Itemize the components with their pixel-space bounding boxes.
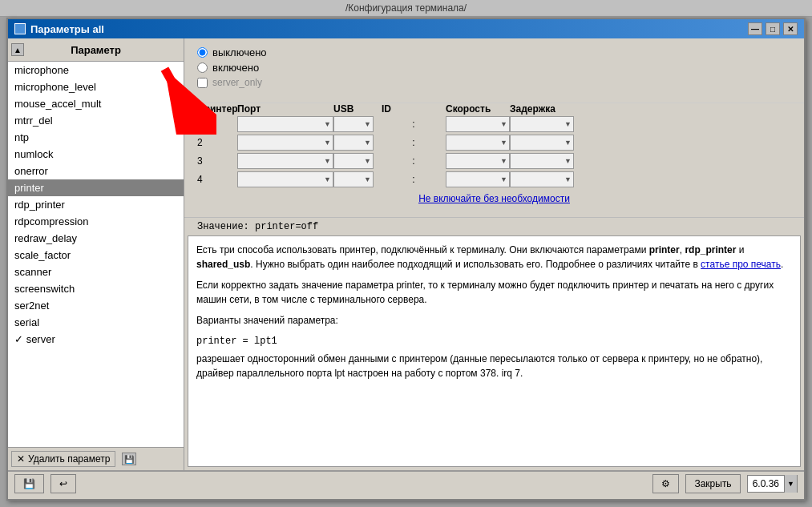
print-article-link[interactable]: статье про печать <box>701 259 781 270</box>
radio-on-row: включено <box>197 62 791 74</box>
top-options: выключено включено server_only <box>184 38 804 103</box>
port-combo-1[interactable]: ▼ <box>237 116 333 132</box>
sidebar-item-microphone_level[interactable]: microphone_level <box>8 78 184 95</box>
delay-combo-3[interactable]: ▼ <box>510 153 574 169</box>
id-combo-1[interactable]: ▼ <box>446 116 510 132</box>
bottom-disk-button[interactable]: 💾 <box>14 474 44 493</box>
id-combo-2[interactable]: ▼ <box>446 135 510 151</box>
sidebar-header: ▲ Параметр <box>8 38 184 62</box>
sidebar-item-printer[interactable]: printer <box>8 179 184 196</box>
col-port: Порт <box>237 103 333 115</box>
warn-link-text[interactable]: Не включайте без необходимости <box>418 193 570 204</box>
close-button-bottom[interactable]: Закрыть <box>685 474 740 493</box>
window-title-bar: Параметры all — □ ✕ <box>8 19 804 38</box>
id-combo-4[interactable]: ▼ <box>446 171 510 187</box>
bottom-settings-button[interactable]: ⚙ <box>652 474 679 493</box>
sidebar-item-screenswitch[interactable]: screenswitch <box>8 280 184 297</box>
warn-link[interactable]: Не включайте без необходимости <box>197 190 791 209</box>
col-delay: Задержка <box>510 103 574 115</box>
server-only-checkbox[interactable] <box>197 78 208 88</box>
sidebar-save-icon[interactable]: 💾 <box>122 453 136 465</box>
scroll-up-button[interactable]: ▲ <box>11 43 24 56</box>
usb-combo-3[interactable]: ▼ <box>333 153 374 169</box>
printer-num-4: 4 <box>197 172 237 187</box>
radio-off-label[interactable]: выключено <box>212 46 267 58</box>
sidebar-item-ntp[interactable]: ntp <box>8 129 184 146</box>
port-combo-3[interactable]: ▼ <box>237 153 333 169</box>
sidebar-item-microphone[interactable]: microphone <box>8 62 184 78</box>
delay-combo-4[interactable]: ▼ <box>510 171 574 187</box>
delay-combo-2[interactable]: ▼ <box>510 135 574 151</box>
window-controls: — □ ✕ <box>748 22 798 35</box>
desc-para1: Есть три способа использовать принтер, п… <box>196 243 792 272</box>
bottom-bar: 💾 ↩ ⚙ Закрыть 6.0.36 ▼ <box>8 470 804 496</box>
right-panel: выключено включено server_only Принтер <box>184 38 804 470</box>
settings-icon: ⚙ <box>661 478 670 489</box>
printer-table-header: Принтер Порт USB ID Скорость Задержка <box>197 103 791 115</box>
sidebar-item-ser2net[interactable]: ser2net <box>8 297 184 314</box>
port-combo-2[interactable]: ▼ <box>237 135 333 151</box>
minimize-button[interactable]: — <box>748 22 762 35</box>
outer-title: /Конфигурация терминала/ <box>345 2 467 14</box>
sidebar-item-serial[interactable]: serial <box>8 314 184 331</box>
col-printer: Принтер <box>197 103 237 115</box>
printer-num-3: 3 <box>197 154 237 168</box>
sidebar-item-rdpcompression[interactable]: rdpcompression <box>8 213 184 230</box>
version-dropdown-arrow[interactable]: ▼ <box>784 475 797 493</box>
sidebar-header-label: Параметр <box>71 44 121 56</box>
version-combo[interactable]: 6.0.36 ▼ <box>747 475 798 493</box>
disk-icon: 💾 <box>23 478 35 489</box>
close-button[interactable]: ✕ <box>783 22 798 35</box>
window-title: Параметры all <box>30 23 104 35</box>
outer-title-bar: /Конфигурация терминала/ <box>0 0 812 17</box>
port-combo-4[interactable]: ▼ <box>237 171 333 187</box>
radio-on-input[interactable] <box>197 62 208 73</box>
sidebar-item-numlock[interactable]: numlock <box>8 146 184 163</box>
close-label: Закрыть <box>694 478 731 489</box>
maximize-button[interactable]: □ <box>766 22 780 35</box>
col-id: ID <box>382 103 446 115</box>
sidebar-list[interactable]: microphonemicrophone_levelmouse_accel_mu… <box>8 62 184 447</box>
delete-param-button[interactable]: ✕ Удалить параметр <box>11 451 115 467</box>
value-text: Значение: printer=off <box>197 221 318 232</box>
sidebar-item-scanner[interactable]: scanner <box>8 264 184 280</box>
colon-sep-1: : <box>382 119 446 130</box>
delete-icon: ✕ <box>17 453 25 465</box>
window-title-left: Параметры all <box>14 23 104 35</box>
main-content: ▲ Параметр microphonemicrophone_levelmou… <box>8 38 804 470</box>
delay-combo-1[interactable]: ▼ <box>510 116 574 132</box>
sidebar-item-scale_factor[interactable]: scale_factor <box>8 247 184 264</box>
printer-row-1: 1 ▼ ▼ : ▼ ▼ <box>197 116 791 132</box>
value-line: Значение: printer=off <box>184 217 804 235</box>
desc-para4: разрешает односторонний обмен данными с … <box>196 352 792 380</box>
usb-combo-1[interactable]: ▼ <box>333 116 374 132</box>
server-only-label[interactable]: server_only <box>212 77 262 88</box>
printer-row-2: 2 ▼ ▼ : ▼ ▼ <box>197 135 791 151</box>
delete-param-label: Удалить параметр <box>28 453 110 465</box>
sidebar-item-mtrr_del[interactable]: mtrr_del <box>8 112 184 129</box>
usb-combo-2[interactable]: ▼ <box>333 135 374 151</box>
radio-on-label[interactable]: включено <box>212 62 259 74</box>
printer-num-1: 1 <box>197 117 237 131</box>
printer-table-area: Принтер Порт USB ID Скорость Задержка 1 … <box>184 103 804 217</box>
sidebar-item-rdp_printer[interactable]: rdp_printer <box>8 196 184 213</box>
desc-para3: Варианты значений параметра: <box>196 313 792 328</box>
window-body: ▲ Параметр microphonemicrophone_levelmou… <box>8 38 804 496</box>
usb-combo-4[interactable]: ▼ <box>333 171 374 187</box>
sidebar-item-server[interactable]: server <box>8 331 184 348</box>
description-area: Есть три способа использовать принтер, п… <box>188 235 801 467</box>
version-value: 6.0.36 <box>748 478 784 489</box>
colon-sep-4: : <box>382 174 446 185</box>
printer-num-2: 2 <box>197 135 237 150</box>
id-combo-3[interactable]: ▼ <box>446 153 510 169</box>
printer-row-3: 3 ▼ ▼ : ▼ ▼ <box>197 153 791 169</box>
sidebar-item-redraw_delay[interactable]: redraw_delay <box>8 230 184 247</box>
sidebar: ▲ Параметр microphonemicrophone_levelmou… <box>8 38 184 470</box>
sidebar-item-mouse_accel_mult[interactable]: mouse_accel_mult <box>8 95 184 112</box>
sidebar-item-onerror[interactable]: onerror <box>8 163 184 179</box>
colon-sep-2: : <box>382 137 446 148</box>
arrow-icon: ↩ <box>59 478 67 489</box>
radio-off-input[interactable] <box>197 47 208 58</box>
window-icon <box>14 23 26 34</box>
bottom-arrow-button[interactable]: ↩ <box>50 474 76 493</box>
